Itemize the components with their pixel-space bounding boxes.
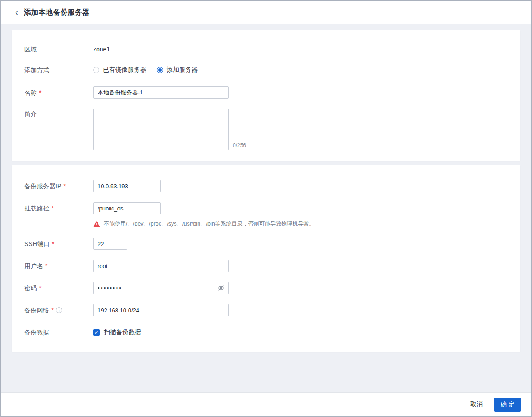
ssh-port-row: SSH端口 * (24, 238, 508, 250)
backup-network-input[interactable] (93, 304, 229, 316)
ssh-label-wrap: SSH端口 * (24, 238, 93, 250)
required-mark: * (51, 304, 54, 316)
footer-action-bar: 取消 确 定 (1, 392, 531, 416)
ip-row: 备份服务器IP * (24, 180, 508, 192)
description-label-wrap: 简介 (24, 109, 93, 118)
zone-row: 区域 zone1 (24, 45, 508, 54)
ssh-port-input[interactable] (93, 238, 127, 250)
confirm-button[interactable]: 确 定 (494, 398, 521, 412)
checkbox-checked-icon[interactable]: ✓ (93, 329, 100, 336)
ssh-port-label: SSH端口 (24, 238, 50, 250)
radio-existing-label[interactable]: 已有镜像服务器 (103, 66, 146, 74)
required-mark: * (52, 238, 54, 250)
username-row: 用户名 * (24, 260, 508, 272)
required-mark: * (39, 282, 41, 294)
network-label-wrap: 备份网络 * i (24, 304, 93, 316)
add-method-label: 添加方式 (24, 66, 49, 74)
backup-data-row: 备份数据 ✓ 扫描备份数据 (24, 326, 508, 339)
server-detail-card: 备份服务器IP * 挂载路径 * 不能使用/、/dev、/proc、/sys、/… (12, 165, 520, 352)
password-label: 密码 (24, 282, 37, 294)
zone-label-wrap: 区域 (24, 45, 93, 54)
ip-label: 备份服务器IP (24, 180, 61, 192)
description-field: 0/256 (93, 109, 246, 150)
description-textarea[interactable] (93, 109, 229, 150)
warning-text: 不能使用/、/dev、/proc、/sys、/usr/bin、/bin等系统目录… (104, 220, 315, 228)
name-label: 名称 (24, 86, 37, 99)
page-title: 添加本地备份服务器 (24, 8, 90, 17)
info-icon[interactable]: i (56, 307, 62, 313)
add-method-row: 添加方式 已有镜像服务器 添加服务器 (24, 66, 508, 74)
radio-unselected-icon[interactable] (93, 67, 99, 73)
backup-network-label: 备份网络 (24, 304, 49, 316)
password-row: 密码 * (24, 282, 508, 294)
password-input[interactable] (93, 282, 229, 294)
password-field (93, 282, 229, 294)
username-input[interactable] (93, 260, 229, 272)
add-method-radio-group: 已有镜像服务器 添加服务器 (93, 66, 198, 74)
mount-path-input[interactable] (93, 202, 161, 214)
zone-value: zone1 (93, 45, 110, 54)
radio-add-server[interactable]: 添加服务器 (157, 66, 198, 74)
required-mark: * (51, 202, 54, 214)
name-label-wrap: 名称 * (24, 86, 93, 99)
scan-backup-data-label[interactable]: 扫描备份数据 (104, 328, 141, 336)
ip-label-wrap: 备份服务器IP * (24, 180, 93, 192)
char-counter: 0/256 (233, 142, 246, 150)
page-header: ‹ 添加本地备份服务器 (1, 1, 531, 24)
required-mark: * (45, 260, 47, 272)
required-mark: * (39, 86, 41, 99)
zone-label: 区域 (24, 45, 37, 54)
description-row: 简介 0/256 (24, 109, 508, 150)
radio-selected-icon[interactable] (157, 67, 163, 73)
eye-off-icon[interactable] (217, 284, 225, 292)
radio-add-label[interactable]: 添加服务器 (167, 66, 198, 74)
basic-info-card: 区域 zone1 添加方式 已有镜像服务器 添加服务器 名称 (12, 30, 520, 161)
name-row: 名称 * (24, 86, 508, 99)
scan-backup-data-option[interactable]: ✓ 扫描备份数据 (93, 328, 141, 336)
back-icon[interactable]: ‹ (15, 8, 18, 16)
mount-path-label: 挂载路径 (24, 202, 49, 214)
required-mark: * (63, 180, 66, 192)
mount-path-warning: 不能使用/、/dev、/proc、/sys、/usr/bin、/bin等系统目录… (93, 220, 315, 228)
username-label: 用户名 (24, 260, 43, 272)
name-input[interactable] (93, 86, 229, 99)
form-body: 区域 zone1 添加方式 已有镜像服务器 添加服务器 名称 (12, 24, 520, 352)
add-method-label-wrap: 添加方式 (24, 66, 93, 74)
backup-server-ip-input[interactable] (93, 180, 161, 192)
mount-path-field: 不能使用/、/dev、/proc、/sys、/usr/bin、/bin等系统目录… (93, 202, 315, 228)
password-label-wrap: 密码 * (24, 282, 93, 294)
mount-path-row: 挂载路径 * 不能使用/、/dev、/proc、/sys、/usr/bin、/b… (24, 202, 508, 228)
backup-network-row: 备份网络 * i (24, 304, 508, 316)
backup-data-label: 备份数据 (24, 326, 49, 339)
radio-existing-image-server[interactable]: 已有镜像服务器 (93, 66, 146, 74)
mount-label-wrap: 挂载路径 * (24, 202, 93, 214)
cancel-button[interactable]: 取消 (470, 401, 483, 409)
description-label: 简介 (24, 109, 37, 118)
username-label-wrap: 用户名 * (24, 260, 93, 272)
warning-triangle-icon (93, 221, 100, 227)
backup-data-label-wrap: 备份数据 (24, 326, 93, 339)
